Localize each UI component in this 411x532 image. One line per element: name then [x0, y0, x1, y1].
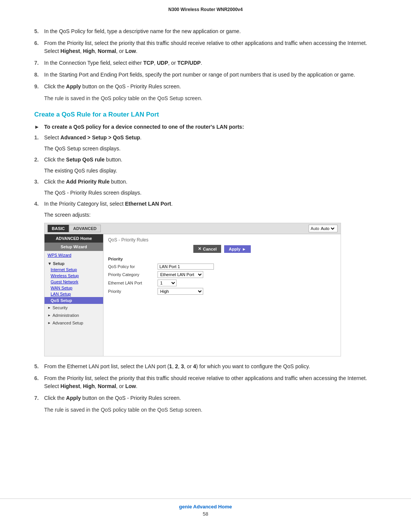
priority-title: Priority — [108, 257, 336, 261]
section-heading: Create a QoS Rule for a Router LAN Port — [34, 111, 377, 118]
list-content: In the Connection Type field, select eit… — [44, 59, 377, 67]
x-icon: ✕ — [198, 246, 201, 251]
list-num: 6. — [34, 374, 44, 390]
list-content: From the Ethernet LAN port list, select … — [44, 363, 377, 371]
page-title: N300 Wireless Router WNR2000v4 — [168, 7, 242, 12]
auto-dropdown[interactable]: Auto — [319, 226, 336, 231]
list-item: 6. From the Priority list, select the pr… — [34, 39, 377, 55]
list-item: 7. In the Connection Type field, select … — [34, 59, 377, 67]
sidebar-advanced-setup-label: Advanced Setup — [53, 321, 83, 325]
form-row-ethernet-lan-port: Ethernet LAN Port 1 2 3 4 — [108, 280, 336, 286]
outro-note: The rule is saved in the QoS policy tabl… — [44, 406, 377, 414]
footer-link[interactable]: genie Advanced Home — [179, 504, 232, 510]
form-row-priority: Priority Highest High Normal Low — [108, 288, 336, 295]
tab-basic[interactable]: BASIC — [48, 225, 69, 232]
sidebar-advanced-setup[interactable]: ► Advanced Setup — [45, 319, 103, 327]
form-label-ethernet-lan-port: Ethernet LAN Port — [108, 281, 158, 285]
footer-page-num: 58 — [0, 511, 411, 517]
step-content: Click the Setup QoS rule button. — [44, 156, 377, 164]
router-body: ADVANCED Home Setup Wizard WPS Wizard ▼ … — [45, 234, 341, 356]
step-note: The existing QoS rules display. — [44, 168, 117, 174]
sub-step-note-4: The screen adjusts: — [44, 211, 377, 219]
list-content: Click the Apply button on the QoS - Prio… — [44, 83, 377, 91]
sidebar-administration-label: Administration — [53, 313, 79, 318]
sub-step-2: 2. Click the Setup QoS rule button. — [34, 156, 377, 164]
sidebar-advanced-home[interactable]: ADVANCED Home — [45, 234, 103, 243]
sidebar-setup-section[interactable]: ▼ Setup — [45, 259, 103, 267]
sidebar-link-internet-setup[interactable]: Internet Setup — [45, 267, 103, 273]
sub-step-1: 1. Select Advanced > Setup > QoS Setup. — [34, 134, 377, 142]
sub-steps-list: 1. Select Advanced > Setup > QoS Setup. … — [34, 134, 377, 219]
sidebar-security-label: Security — [53, 305, 68, 310]
sidebar-link-guest-network[interactable]: Guest Network — [45, 279, 103, 285]
apply-label: Apply — [229, 247, 241, 251]
priority-select[interactable]: Highest High Normal Low — [158, 288, 203, 295]
list-num: 7. — [34, 394, 44, 402]
list-num: 5. — [34, 27, 44, 35]
list-content: In the Starting Port and Ending Port fie… — [44, 71, 377, 79]
sidebar: ADVANCED Home Setup Wizard WPS Wizard ▼ … — [45, 234, 104, 356]
form-label-priority: Priority — [108, 289, 158, 294]
outro-list-item-5: 5. From the Ethernet LAN port list, sele… — [34, 363, 377, 371]
sub-step-note-3: The QoS - Priority Rules screen displays… — [44, 189, 377, 197]
arrow-icon: ► — [34, 124, 41, 130]
priority-category-select[interactable]: Ethernet LAN Port — [158, 271, 203, 278]
list-item: 5. In the QoS Policy for field, type a d… — [34, 27, 377, 35]
sub-step-3: 3. Click the Add Priority Rule button. — [34, 178, 377, 186]
sidebar-security[interactable]: ► Security — [45, 304, 103, 312]
outro-list-item-6: 6. From the Priority list, select the pr… — [34, 374, 377, 390]
intro-list: 5. In the QoS Policy for field, type a d… — [34, 27, 377, 91]
list-item: 9. Click the Apply button on the QoS - P… — [34, 83, 377, 91]
qos-policy-input[interactable] — [158, 264, 214, 270]
intro-note: The rule is saved in the QoS policy tabl… — [44, 94, 377, 102]
priority-section: Priority QoS Policy for Priority Categor… — [108, 257, 336, 295]
arrow-heading-text: To create a QoS policy for a device conn… — [44, 124, 244, 130]
list-num: 9. — [34, 83, 44, 91]
sidebar-setup-wizard[interactable]: Setup Wizard — [45, 243, 103, 251]
router-topbar: BASIC ADVANCED Auto Auto — [45, 223, 341, 234]
arrow-right-icon: ► — [242, 247, 246, 251]
sub-step-note-1: The QoS Setup screen displays. — [44, 145, 377, 153]
sidebar-link-wan-setup[interactable]: WAN Setup — [45, 285, 103, 291]
cancel-label: Cancel — [203, 247, 217, 251]
router-main-title: QoS - Priority Rules — [108, 237, 336, 243]
step-note: The screen adjusts: — [44, 212, 91, 218]
auto-select-container[interactable]: Auto Auto — [309, 225, 338, 232]
router-screenshot: BASIC ADVANCED Auto Auto ADVANCED Home S… — [44, 223, 341, 356]
sidebar-link-wireless-setup[interactable]: Wireless Setup — [45, 273, 103, 279]
step-content: Select Advanced > Setup > QoS Setup. — [44, 134, 377, 142]
sidebar-link-qos-setup[interactable]: QoS Setup — [45, 297, 103, 304]
list-content: From the Priority list, select the prior… — [44, 374, 377, 390]
sidebar-link-lan-setup[interactable]: LAN Setup — [45, 291, 103, 297]
list-num: 8. — [34, 71, 44, 79]
outro-list-item-7: 7. Click the Apply button on the QoS - P… — [34, 394, 377, 402]
router-main-content: QoS - Priority Rules ✕ Cancel Apply ► Pr… — [104, 234, 341, 356]
admin-triangle-icon: ► — [48, 313, 51, 317]
tab-advanced[interactable]: ADVANCED — [69, 225, 101, 232]
form-row-qos-policy: QoS Policy for — [108, 264, 336, 270]
step-num: 1. — [34, 134, 44, 142]
apply-button[interactable]: Apply ► — [224, 245, 250, 253]
sub-step-note-2: The existing QoS rules display. — [44, 167, 377, 175]
list-num: 6. — [34, 39, 44, 55]
arrow-heading-item: ► To create a QoS policy for a device co… — [34, 124, 377, 130]
list-content: In the QoS Policy for field, type a desc… — [44, 27, 377, 35]
form-label-qos-policy: QoS Policy for — [108, 264, 158, 269]
step-num: 3. — [34, 178, 44, 186]
list-num: 5. — [34, 363, 44, 371]
page-footer: genie Advanced Home 58 — [0, 498, 411, 517]
outro-list: 5. From the Ethernet LAN port list, sele… — [34, 363, 377, 402]
list-num: 7. — [34, 59, 44, 67]
step-note: The QoS - Priority Rules screen displays… — [44, 190, 142, 196]
page-header: N300 Wireless Router WNR2000v4 — [0, 0, 411, 16]
action-bar: ✕ Cancel Apply ► — [108, 245, 336, 253]
list-content: From the Priority list, select the prior… — [44, 39, 377, 55]
list-item: 8. In the Starting Port and Ending Port … — [34, 71, 377, 79]
sidebar-wps-wizard[interactable]: WPS Wizard — [45, 251, 103, 259]
ethernet-lan-port-select[interactable]: 1 2 3 4 — [158, 280, 177, 286]
step-content: Click the Add Priority Rule button. — [44, 178, 377, 186]
cancel-button[interactable]: ✕ Cancel — [193, 245, 221, 253]
sidebar-administration[interactable]: ► Administration — [45, 312, 103, 319]
sub-step-4: 4. In the Priority Category list, select… — [34, 200, 377, 208]
form-label-priority-category: Priority Category — [108, 272, 158, 277]
